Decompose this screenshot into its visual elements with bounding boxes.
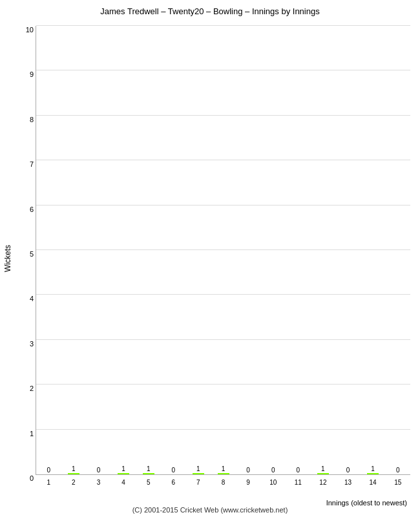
bar	[218, 473, 229, 474]
bars-wrapper: 010110110001010	[36, 26, 410, 474]
x-axis-label: 4	[121, 479, 125, 486]
bar-group: 1	[68, 465, 79, 474]
bar-group: 1	[143, 465, 154, 474]
gridline	[36, 160, 410, 160]
x-axis-label: 2	[72, 479, 76, 486]
bar	[317, 473, 329, 474]
bar-value-label: 1	[371, 465, 375, 472]
bar-value-label: 0	[271, 467, 275, 474]
bar-value-label: 0	[396, 467, 400, 474]
bar-group: 0	[268, 467, 279, 474]
bar	[143, 473, 154, 474]
copyright: (C) 2001-2015 Cricket Web (www.cricketwe…	[0, 506, 420, 514]
gridline	[36, 249, 410, 250]
bar-group: 0	[392, 467, 404, 474]
y-axis-label: 2	[16, 385, 34, 392]
x-axis-label: 10	[269, 479, 277, 486]
y-axis-label: 7	[16, 160, 34, 168]
gridline	[36, 205, 410, 206]
bar-value-label: 0	[346, 467, 350, 474]
chart-title: James Tredwell – Twenty20 – Bowling – In…	[0, 6, 420, 16]
bar-value-label: 1	[147, 465, 151, 472]
gridline	[36, 429, 410, 430]
y-axis-label: 4	[16, 295, 34, 302]
x-axis-label: 6	[172, 479, 176, 486]
bar-group: 1	[118, 465, 129, 474]
y-axis-label: 5	[16, 250, 34, 258]
bar-value-label: 1	[196, 465, 200, 472]
gridline	[36, 70, 410, 70]
bar-group: 0	[242, 467, 254, 474]
x-axis-label: 13	[344, 479, 352, 486]
bar-value-label: 0	[172, 467, 176, 474]
x-axis-label: 15	[394, 479, 401, 486]
x-axis-label: 11	[295, 479, 302, 486]
x-axis-label: 1	[47, 479, 51, 486]
bar-group: 1	[193, 465, 204, 474]
bar-group: 0	[167, 467, 179, 474]
bar	[68, 473, 79, 474]
bar	[367, 473, 379, 474]
bar-value-label: 1	[121, 465, 125, 472]
bar-value-label: 0	[47, 467, 51, 474]
bar-group: 1	[317, 465, 329, 474]
bar-group: 0	[292, 467, 304, 474]
bar-value-label: 0	[297, 467, 300, 474]
bar-value-label: 1	[222, 465, 226, 472]
y-axis-label: 0	[16, 474, 34, 482]
bar-value-label: 0	[97, 467, 101, 474]
bar-group: 1	[367, 465, 379, 474]
y-axis-label: 8	[16, 116, 34, 123]
bar-value-label: 1	[321, 465, 325, 472]
y-axis-label: 9	[16, 70, 34, 78]
y-axis-label: 1	[16, 430, 34, 438]
chart-container: James Tredwell – Twenty20 – Bowling – In…	[0, 0, 420, 517]
bar-group: 0	[43, 467, 54, 474]
y-axis-label: 10	[16, 26, 34, 34]
x-axis-label: 8	[222, 479, 226, 486]
gridline	[36, 25, 410, 26]
bar-group: 1	[218, 465, 229, 474]
gridline	[36, 294, 410, 295]
x-axis-label: 9	[246, 479, 250, 486]
gridline	[36, 115, 410, 116]
x-axis-label: 7	[196, 479, 200, 486]
bar-value-label: 0	[246, 467, 250, 474]
chart-area: 010110110001010 Innings (oldest to newes…	[36, 26, 410, 475]
x-axis-label: 3	[97, 479, 101, 486]
y-axis-label: 6	[16, 206, 34, 213]
x-axis-label: 12	[319, 479, 326, 486]
x-axis-label: 14	[370, 479, 377, 486]
y-axis-title: Wickets	[3, 245, 12, 272]
x-axis-label: 5	[147, 479, 151, 486]
bar-group: 0	[342, 467, 354, 474]
bar	[118, 473, 129, 474]
bar-group: 0	[92, 467, 104, 474]
gridline	[36, 384, 410, 385]
gridline	[36, 339, 410, 340]
bar	[193, 473, 204, 474]
y-axis-label: 3	[16, 340, 34, 348]
bar-value-label: 1	[72, 465, 76, 472]
